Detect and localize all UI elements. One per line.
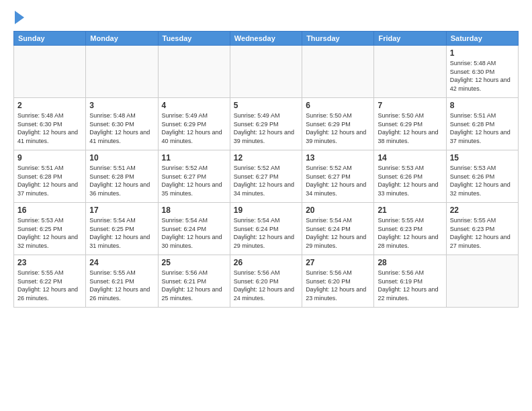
day-info: Sunrise: 5:55 AM Sunset: 6:23 PM Dayligh… [450,216,515,250]
day-number: 18 [162,205,226,215]
calendar-cell [14,46,86,98]
calendar-cell: 17Sunrise: 5:54 AM Sunset: 6:25 PM Dayli… [86,203,158,255]
day-info: Sunrise: 5:54 AM Sunset: 6:24 PM Dayligh… [162,216,226,250]
day-number: 11 [162,153,226,163]
calendar-cell: 7Sunrise: 5:50 AM Sunset: 6:29 PM Daylig… [374,98,446,150]
calendar-cell: 15Sunrise: 5:53 AM Sunset: 6:26 PM Dayli… [446,150,518,203]
calendar-cell: 10Sunrise: 5:51 AM Sunset: 6:28 PM Dayli… [86,150,158,203]
day-number: 27 [306,258,370,267]
day-number: 23 [17,258,82,267]
day-info: Sunrise: 5:56 AM Sunset: 6:20 PM Dayligh… [306,269,370,302]
calendar-cell: 1Sunrise: 5:48 AM Sunset: 6:30 PM Daylig… [446,46,518,98]
calendar-cell [158,46,230,98]
calendar-cell [302,46,374,98]
day-number: 22 [450,205,515,215]
day-info: Sunrise: 5:48 AM Sunset: 6:30 PM Dayligh… [17,111,82,145]
day-info: Sunrise: 5:56 AM Sunset: 6:19 PM Dayligh… [378,269,442,302]
calendar-cell: 24Sunrise: 5:55 AM Sunset: 6:21 PM Dayli… [86,255,158,308]
page: SundayMondayTuesdayWednesdayThursdayFrid… [0,0,532,411]
calendar-cell: 22Sunrise: 5:55 AM Sunset: 6:23 PM Dayli… [446,203,518,255]
calendar-cell: 6Sunrise: 5:50 AM Sunset: 6:29 PM Daylig… [302,98,374,150]
calendar-cell: 14Sunrise: 5:53 AM Sunset: 6:26 PM Dayli… [374,150,446,203]
day-info: Sunrise: 5:54 AM Sunset: 6:24 PM Dayligh… [234,216,298,250]
day-info: Sunrise: 5:51 AM Sunset: 6:28 PM Dayligh… [89,164,154,197]
day-number: 20 [306,205,370,215]
calendar-cell: 28Sunrise: 5:56 AM Sunset: 6:19 PM Dayli… [374,255,446,308]
day-number: 12 [234,153,298,163]
day-info: Sunrise: 5:50 AM Sunset: 6:29 PM Dayligh… [306,111,370,145]
day-info: Sunrise: 5:52 AM Sunset: 6:27 PM Dayligh… [162,164,226,197]
weekday-header-thursday: Thursday [302,32,374,46]
day-info: Sunrise: 5:53 AM Sunset: 6:26 PM Dayligh… [378,164,442,197]
day-number: 19 [234,205,298,215]
calendar-cell: 23Sunrise: 5:55 AM Sunset: 6:22 PM Dayli… [14,255,86,308]
day-info: Sunrise: 5:48 AM Sunset: 6:30 PM Dayligh… [450,59,515,93]
day-number: 15 [450,153,515,163]
weekday-header-wednesday: Wednesday [230,32,302,46]
day-info: Sunrise: 5:54 AM Sunset: 6:24 PM Dayligh… [306,216,370,250]
calendar-cell [374,46,446,98]
day-number: 28 [378,258,442,267]
day-info: Sunrise: 5:56 AM Sunset: 6:21 PM Dayligh… [162,269,226,302]
day-info: Sunrise: 5:54 AM Sunset: 6:25 PM Dayligh… [89,216,154,250]
day-number: 5 [234,101,298,110]
day-info: Sunrise: 5:49 AM Sunset: 6:29 PM Dayligh… [162,111,226,145]
calendar-cell: 12Sunrise: 5:52 AM Sunset: 6:27 PM Dayli… [230,150,302,203]
day-number: 7 [378,101,442,110]
weekday-header-row: SundayMondayTuesdayWednesdayThursdayFrid… [14,32,519,46]
calendar-cell [86,46,158,98]
weekday-header-tuesday: Tuesday [158,32,230,46]
calendar-cell: 19Sunrise: 5:54 AM Sunset: 6:24 PM Dayli… [230,203,302,255]
day-info: Sunrise: 5:56 AM Sunset: 6:20 PM Dayligh… [234,269,298,302]
calendar-cell: 11Sunrise: 5:52 AM Sunset: 6:27 PM Dayli… [158,150,230,203]
calendar-cell [230,46,302,98]
day-number: 16 [17,205,82,215]
weekday-header-friday: Friday [374,32,446,46]
calendar-week-1: 2Sunrise: 5:48 AM Sunset: 6:30 PM Daylig… [14,98,519,150]
calendar-cell: 16Sunrise: 5:53 AM Sunset: 6:25 PM Dayli… [14,203,86,255]
logo-arrow-icon [15,11,24,24]
day-info: Sunrise: 5:49 AM Sunset: 6:29 PM Dayligh… [234,111,298,145]
day-info: Sunrise: 5:52 AM Sunset: 6:27 PM Dayligh… [306,164,370,197]
calendar-cell: 2Sunrise: 5:48 AM Sunset: 6:30 PM Daylig… [14,98,86,150]
calendar-table: SundayMondayTuesdayWednesdayThursdayFrid… [13,31,519,308]
day-info: Sunrise: 5:50 AM Sunset: 6:29 PM Dayligh… [378,111,442,145]
day-number: 14 [378,153,442,163]
weekday-header-sunday: Sunday [14,32,86,46]
calendar-cell: 20Sunrise: 5:54 AM Sunset: 6:24 PM Dayli… [302,203,374,255]
day-number: 9 [17,153,82,163]
calendar-week-4: 23Sunrise: 5:55 AM Sunset: 6:22 PM Dayli… [14,255,519,308]
calendar-cell: 13Sunrise: 5:52 AM Sunset: 6:27 PM Dayli… [302,150,374,203]
calendar-week-2: 9Sunrise: 5:51 AM Sunset: 6:28 PM Daylig… [14,150,519,203]
day-info: Sunrise: 5:53 AM Sunset: 6:25 PM Dayligh… [17,216,82,250]
day-info: Sunrise: 5:52 AM Sunset: 6:27 PM Dayligh… [234,164,298,197]
calendar-cell: 21Sunrise: 5:55 AM Sunset: 6:23 PM Dayli… [374,203,446,255]
calendar-cell [446,255,518,308]
calendar-week-0: 1Sunrise: 5:48 AM Sunset: 6:30 PM Daylig… [14,46,519,98]
day-info: Sunrise: 5:51 AM Sunset: 6:28 PM Dayligh… [450,111,515,145]
calendar-cell: 4Sunrise: 5:49 AM Sunset: 6:29 PM Daylig… [158,98,230,150]
day-info: Sunrise: 5:48 AM Sunset: 6:30 PM Dayligh… [89,111,154,145]
day-number: 2 [17,101,82,110]
day-number: 13 [306,153,370,163]
day-number: 21 [378,205,442,215]
header [13,11,519,24]
day-info: Sunrise: 5:53 AM Sunset: 6:26 PM Dayligh… [450,164,515,197]
calendar-cell: 25Sunrise: 5:56 AM Sunset: 6:21 PM Dayli… [158,255,230,308]
calendar-cell: 8Sunrise: 5:51 AM Sunset: 6:28 PM Daylig… [446,98,518,150]
weekday-header-monday: Monday [86,32,158,46]
day-number: 24 [89,258,154,267]
day-info: Sunrise: 5:55 AM Sunset: 6:21 PM Dayligh… [89,269,154,302]
calendar-cell: 18Sunrise: 5:54 AM Sunset: 6:24 PM Dayli… [158,203,230,255]
logo [13,11,24,24]
day-info: Sunrise: 5:51 AM Sunset: 6:28 PM Dayligh… [17,164,82,197]
day-number: 17 [89,205,154,215]
calendar-cell: 27Sunrise: 5:56 AM Sunset: 6:20 PM Dayli… [302,255,374,308]
calendar-cell: 9Sunrise: 5:51 AM Sunset: 6:28 PM Daylig… [14,150,86,203]
day-number: 4 [162,101,226,110]
weekday-header-saturday: Saturday [446,32,518,46]
day-number: 1 [450,48,515,58]
calendar-week-3: 16Sunrise: 5:53 AM Sunset: 6:25 PM Dayli… [14,203,519,255]
day-number: 6 [306,101,370,110]
day-info: Sunrise: 5:55 AM Sunset: 6:22 PM Dayligh… [17,269,82,302]
